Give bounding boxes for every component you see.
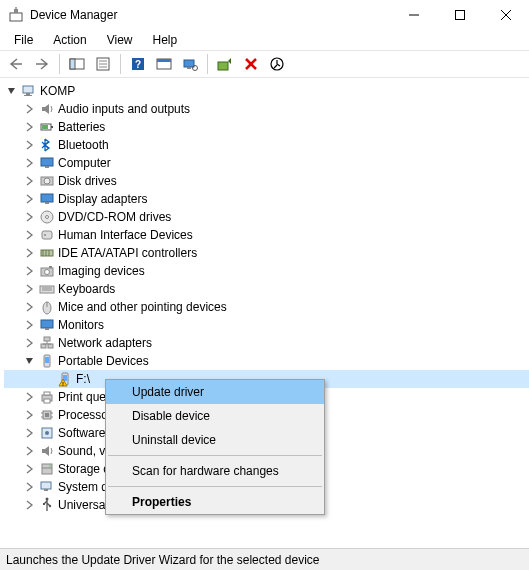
- svg-point-39: [44, 234, 46, 236]
- monitor-icon: [38, 191, 56, 207]
- tree-label: Bluetooth: [56, 138, 109, 152]
- tree-node-keyboard[interactable]: Keyboards: [4, 280, 529, 298]
- expand-arrow-icon[interactable]: [22, 248, 38, 258]
- svg-rect-56: [44, 337, 50, 341]
- svg-rect-18: [187, 67, 191, 69]
- context-menu-item[interactable]: Scan for hardware changes: [106, 459, 324, 483]
- close-button[interactable]: [483, 0, 529, 30]
- svg-rect-55: [48, 344, 53, 348]
- tree-node-mouse[interactable]: Mice and other pointing devices: [4, 298, 529, 316]
- tree-label: KOMP: [38, 84, 75, 98]
- svg-point-74: [45, 431, 49, 435]
- disk-icon: [38, 173, 56, 189]
- tree-label: Keyboards: [56, 282, 115, 296]
- action-button[interactable]: [152, 52, 176, 76]
- expand-arrow-icon[interactable]: [22, 428, 38, 438]
- toolbar-separator: [207, 54, 208, 74]
- tree-label: Imaging devices: [56, 264, 145, 278]
- forward-button[interactable]: [30, 52, 54, 76]
- minimize-button[interactable]: [391, 0, 437, 30]
- show-hide-console-button[interactable]: [65, 52, 89, 76]
- expand-arrow-icon[interactable]: [22, 482, 38, 492]
- hid-icon: [38, 227, 56, 243]
- svg-rect-52: [41, 320, 53, 328]
- tree-label: Batteries: [56, 120, 105, 134]
- speaker-icon: [38, 443, 56, 459]
- expand-arrow-icon[interactable]: [22, 104, 38, 114]
- tree-node-battery[interactable]: Batteries: [4, 118, 529, 136]
- context-menu: Update driverDisable deviceUninstall dev…: [105, 379, 325, 515]
- tree-node-portable[interactable]: Portable Devices: [4, 352, 529, 370]
- expand-arrow-icon[interactable]: [22, 194, 38, 204]
- expand-arrow-icon[interactable]: [22, 212, 38, 222]
- context-menu-separator: [108, 486, 322, 487]
- expand-arrow-icon[interactable]: [22, 158, 38, 168]
- properties-button[interactable]: [91, 52, 115, 76]
- expand-arrow-icon[interactable]: [22, 284, 38, 294]
- tree-node-camera[interactable]: Imaging devices: [4, 262, 529, 280]
- tree-node-network[interactable]: Network adapters: [4, 334, 529, 352]
- svg-rect-24: [23, 86, 33, 93]
- svg-rect-17: [184, 60, 194, 67]
- tree-node-monitor[interactable]: Monitors: [4, 316, 529, 334]
- expand-arrow-icon[interactable]: [22, 320, 38, 330]
- svg-rect-26: [24, 95, 32, 96]
- tree-root[interactable]: KOMP: [4, 82, 529, 100]
- svg-rect-0: [10, 13, 22, 21]
- help-button[interactable]: ?: [126, 52, 150, 76]
- tree-label: Disk drives: [56, 174, 117, 188]
- expand-arrow-icon[interactable]: [22, 410, 38, 420]
- svg-point-82: [49, 505, 51, 507]
- portable-warn-icon: !: [56, 371, 74, 387]
- maximize-button[interactable]: [437, 0, 483, 30]
- cpu-icon: [38, 407, 56, 423]
- tree-node-cd[interactable]: DVD/CD-ROM drives: [4, 208, 529, 226]
- context-menu-item[interactable]: Uninstall device: [106, 428, 324, 452]
- svg-rect-66: [44, 399, 50, 403]
- expand-arrow-icon[interactable]: [22, 392, 38, 402]
- menu-help[interactable]: Help: [145, 32, 186, 48]
- scan-hardware-button[interactable]: [178, 52, 202, 76]
- expand-arrow-icon[interactable]: [22, 446, 38, 456]
- svg-rect-46: [49, 266, 52, 268]
- update-driver-button[interactable]: [213, 52, 237, 76]
- disable-button[interactable]: [265, 52, 289, 76]
- back-button[interactable]: [4, 52, 28, 76]
- menu-action[interactable]: Action: [45, 32, 94, 48]
- tree-node-monitor[interactable]: Computer: [4, 154, 529, 172]
- expand-arrow-icon[interactable]: [22, 500, 38, 510]
- tree-node-bluetooth[interactable]: Bluetooth: [4, 136, 529, 154]
- svg-rect-68: [45, 413, 49, 417]
- svg-rect-53: [45, 328, 49, 330]
- expand-arrow-icon[interactable]: [22, 266, 38, 276]
- camera-icon: [38, 263, 56, 279]
- expand-arrow-icon[interactable]: [4, 86, 20, 96]
- status-text: Launches the Update Driver Wizard for th…: [6, 553, 320, 567]
- tree-node-hid[interactable]: Human Interface Devices: [4, 226, 529, 244]
- context-menu-item[interactable]: Update driver: [106, 380, 324, 404]
- svg-rect-81: [43, 503, 45, 505]
- svg-rect-54: [41, 344, 46, 348]
- tree-node-disk[interactable]: Disk drives: [4, 172, 529, 190]
- expand-arrow-icon[interactable]: [22, 140, 38, 150]
- context-menu-item[interactable]: Properties: [106, 490, 324, 514]
- tree-node-speaker[interactable]: Audio inputs and outputs: [4, 100, 529, 118]
- expand-arrow-icon[interactable]: [22, 230, 38, 240]
- menu-view[interactable]: View: [99, 32, 141, 48]
- expand-arrow-icon[interactable]: [22, 338, 38, 348]
- expand-arrow-icon[interactable]: [22, 302, 38, 312]
- uninstall-button[interactable]: [239, 52, 263, 76]
- menu-bar: File Action View Help: [0, 30, 529, 50]
- svg-rect-20: [218, 62, 228, 70]
- svg-rect-31: [45, 166, 49, 168]
- expand-arrow-icon[interactable]: [22, 176, 38, 186]
- speaker-icon: [38, 101, 56, 117]
- tree-node-ide[interactable]: IDE ATA/ATAPI controllers: [4, 244, 529, 262]
- svg-rect-30: [41, 158, 53, 166]
- expand-arrow-icon[interactable]: [22, 464, 38, 474]
- expand-arrow-icon[interactable]: [22, 122, 38, 132]
- context-menu-item[interactable]: Disable device: [106, 404, 324, 428]
- menu-file[interactable]: File: [6, 32, 41, 48]
- expand-arrow-icon[interactable]: [22, 357, 38, 365]
- tree-node-monitor[interactable]: Display adapters: [4, 190, 529, 208]
